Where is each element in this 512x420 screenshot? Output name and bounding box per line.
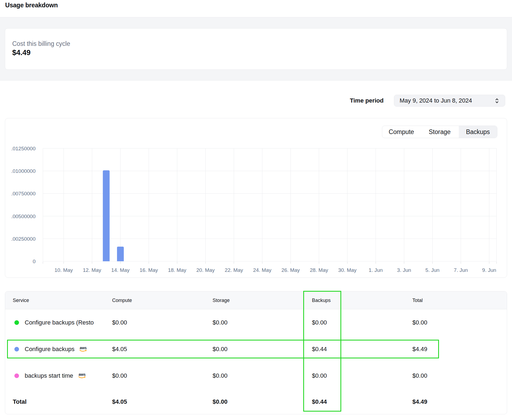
service-label: Configure backups (Resto bbox=[25, 319, 94, 326]
y-axis-label: .00500000 bbox=[11, 214, 36, 219]
series-color-dot bbox=[14, 374, 19, 378]
total-cell-total: $4.49 bbox=[412, 398, 427, 405]
usage-bar bbox=[117, 247, 124, 261]
table-row: Configure backups (Resto$0.00$0.00$0.00$… bbox=[5, 309, 507, 336]
usage-chart-card: .01250000.01000000.00750000.00500000.002… bbox=[5, 118, 507, 278]
service-name: Configure backups (Resto bbox=[25, 319, 94, 326]
x-axis-label: 22. May bbox=[225, 267, 243, 273]
column-header-storage: Storage bbox=[213, 291, 230, 309]
usage-bar bbox=[103, 170, 110, 261]
table-header-row: ServiceComputeStorageBackupsTotal bbox=[5, 291, 507, 309]
x-axis-label: 18. May bbox=[168, 267, 187, 273]
service-name: backups start time aws bbox=[25, 372, 86, 379]
x-axis-label: 14. May bbox=[111, 267, 130, 273]
column-header-total: Total bbox=[412, 291, 423, 309]
service-label: backups start time bbox=[25, 372, 73, 379]
time-period-label: Time period bbox=[350, 95, 384, 107]
x-axis-label: 10. May bbox=[55, 267, 73, 273]
x-axis-label: 12. May bbox=[83, 267, 101, 273]
total-cell-compute: $4.05 bbox=[112, 398, 127, 405]
x-axis-label: 3. Jun bbox=[397, 267, 411, 273]
x-axis-label: 24. May bbox=[253, 267, 271, 273]
time-period-value: May 9, 2024 to Jun 8, 2024 bbox=[400, 97, 472, 104]
series-color-dot bbox=[14, 320, 19, 325]
x-axis-label: 5. Jun bbox=[425, 267, 440, 273]
total-row-label: Total bbox=[13, 398, 27, 405]
chevron-up-down-icon bbox=[495, 97, 499, 104]
cost-summary-band: Cost this billing cycle $4.49 bbox=[0, 17, 512, 81]
table-row: backups start time aws $0.00$0.00$0.00$0… bbox=[5, 362, 507, 389]
cost-card-label: Cost this billing cycle bbox=[12, 40, 70, 47]
cell-compute: $0.00 bbox=[112, 372, 127, 379]
x-axis-label: 16. May bbox=[140, 267, 158, 273]
svg-text:aws: aws bbox=[78, 372, 86, 377]
aws-icon: aws bbox=[78, 372, 86, 379]
y-axis-label: 0 bbox=[33, 259, 36, 264]
tab-compute[interactable]: Compute bbox=[382, 126, 421, 138]
cell-total: $0.00 bbox=[412, 372, 427, 379]
time-period-select[interactable]: May 9, 2024 to Jun 8, 2024 bbox=[394, 95, 505, 107]
table-total-row: Total$4.05$0.00$0.44$4.49 bbox=[5, 389, 507, 414]
cell-compute: $0.00 bbox=[112, 319, 127, 326]
page-title: Usage breakdown bbox=[5, 1, 58, 9]
cell-total: $0.00 bbox=[412, 319, 427, 326]
usage-bar-chart: .01250000.01000000.00750000.00500000.002… bbox=[5, 118, 507, 278]
y-axis-label: .00750000 bbox=[11, 191, 36, 196]
tab-storage[interactable]: Storage bbox=[421, 126, 459, 138]
x-axis-label: 1. Jun bbox=[369, 267, 383, 273]
cell-storage: $0.00 bbox=[213, 372, 227, 379]
y-axis-label: .01000000 bbox=[11, 168, 36, 174]
x-axis-label: 30. May bbox=[338, 267, 357, 273]
x-axis-label: 26. May bbox=[282, 267, 300, 273]
tab-backups[interactable]: Backups bbox=[459, 126, 497, 138]
cost-card: Cost this billing cycle $4.49 bbox=[5, 28, 507, 70]
y-axis-label: .00250000 bbox=[11, 236, 36, 242]
cell-storage: $0.00 bbox=[213, 319, 227, 326]
configure-backups-row-highlight bbox=[7, 340, 439, 358]
x-axis-label: 20. May bbox=[196, 267, 215, 273]
chart-tabs: ComputeStorageBackups bbox=[382, 126, 497, 138]
column-header-service: Service bbox=[13, 291, 29, 309]
x-axis-label: 28. May bbox=[310, 267, 328, 273]
x-axis-label: 9. Jun bbox=[482, 267, 496, 273]
total-cell-storage: $0.00 bbox=[213, 398, 227, 405]
column-header-compute: Compute bbox=[112, 291, 132, 309]
x-axis-label: 7. Jun bbox=[454, 267, 468, 273]
cost-card-value: $4.49 bbox=[12, 48, 31, 57]
y-axis-label: .01250000 bbox=[11, 146, 36, 151]
